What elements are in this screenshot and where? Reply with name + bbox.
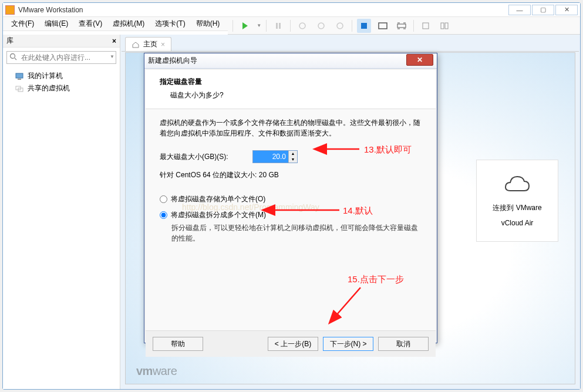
svg-rect-1: [279, 23, 281, 29]
vcloud-text1: 连接到 VMware: [493, 203, 541, 213]
view-icon: [361, 23, 367, 29]
separator: [352, 20, 352, 32]
back-button[interactable]: < 上一步(B): [268, 337, 318, 351]
tree-item-label: 我的计算机: [28, 71, 63, 81]
search-input[interactable]: [6, 51, 116, 64]
radio-single-label: 将虚拟磁盘存储为单个文件(O): [171, 194, 265, 204]
radio-single-file[interactable]: 将虚拟磁盘存储为单个文件(O): [160, 194, 422, 204]
menu-edit[interactable]: 编辑(E): [40, 17, 73, 31]
close-button[interactable]: ✕: [555, 5, 578, 15]
vmware-icon: [5, 5, 15, 15]
svg-rect-17: [18, 79, 21, 80]
tab-home[interactable]: 主页 ×: [125, 37, 171, 51]
spin-up-icon[interactable]: ▲: [289, 151, 297, 157]
tab-close-icon[interactable]: ×: [161, 40, 165, 49]
disk-size-label: 最大磁盘大小(GB)(S):: [160, 152, 248, 162]
separator: [232, 20, 233, 32]
menubar: 文件(F) 编辑(E) 查看(V) 虚拟机(M) 选项卡(T) 帮助(H): [3, 17, 228, 31]
dialog-description: 虚拟机的硬盘作为一个或多个文件存储在主机的物理磁盘中。这些文件最初很小，随着您向…: [160, 117, 422, 138]
disk-size-spinbox[interactable]: ▲ ▼: [252, 150, 298, 163]
snapshot-button[interactable]: [295, 19, 309, 33]
tab-label: 主页: [143, 39, 157, 49]
vcloud-card[interactable]: 连接到 VMware vCloud Air: [476, 160, 558, 242]
sidebar: 库 × ▼ 我的计算机 共享的虚拟机: [3, 35, 120, 389]
home-icon: [132, 41, 140, 48]
svg-rect-12: [441, 23, 444, 29]
search-icon: [9, 53, 18, 61]
power-on-button[interactable]: [238, 19, 252, 33]
next-button[interactable]: 下一步(N) >: [323, 337, 373, 351]
disk-size-input[interactable]: [253, 151, 288, 163]
help-button[interactable]: 帮助: [153, 337, 203, 351]
toolbar: ▼: [228, 17, 580, 35]
svg-rect-13: [445, 23, 448, 29]
svg-point-14: [11, 54, 15, 59]
svg-point-4: [337, 23, 343, 29]
maximize-button[interactable]: ▢: [532, 5, 554, 15]
svg-line-15: [15, 58, 16, 60]
menu-view[interactable]: 查看(V): [74, 17, 107, 31]
revert-button[interactable]: [314, 19, 328, 33]
tree-item-label: 共享的虚拟机: [28, 83, 70, 93]
computer-icon: [15, 72, 24, 80]
tree-item-shared-vms[interactable]: 共享的虚拟机: [3, 82, 120, 94]
radio-multi-file[interactable]: 将虚拟磁盘拆分成多个文件(M): [160, 210, 422, 220]
dialog-subheading: 磁盘大小为多少?: [160, 90, 422, 100]
search-dropdown-icon[interactable]: ▼: [110, 54, 114, 59]
radio-single-input[interactable]: [160, 195, 167, 203]
sidebar-title: 库: [6, 36, 14, 46]
fullscreen-button[interactable]: [376, 19, 390, 33]
vmware-logo: vmware: [136, 364, 177, 378]
radio-multi-input[interactable]: [160, 211, 167, 219]
manage-button[interactable]: [333, 19, 347, 33]
thumbnail-button[interactable]: [419, 19, 433, 33]
dialog-close-button[interactable]: ✕: [406, 54, 433, 66]
minimize-button[interactable]: —: [508, 5, 531, 15]
window-title: VMware Workstation: [18, 6, 508, 14]
dialog-heading: 指定磁盘容量: [160, 77, 422, 87]
svg-rect-0: [276, 23, 278, 29]
svg-rect-11: [423, 23, 429, 29]
disk-split-radiogroup: 将虚拟磁盘存储为单个文件(O) 将虚拟磁盘拆分成多个文件(M) 拆分磁盘后，可以…: [160, 194, 422, 244]
svg-rect-5: [379, 23, 387, 29]
svg-rect-16: [16, 73, 23, 78]
dropdown-icon[interactable]: ▼: [257, 23, 261, 28]
menu-help[interactable]: 帮助(H): [191, 17, 225, 31]
vcloud-text2: vCloud Air: [501, 219, 534, 227]
suspend-button[interactable]: [271, 19, 285, 33]
svg-point-2: [299, 23, 305, 29]
spin-down-icon[interactable]: ▼: [289, 157, 297, 163]
svg-rect-6: [397, 24, 406, 28]
view-button[interactable]: [357, 19, 371, 33]
radio-multi-label: 将虚拟磁盘拆分成多个文件(M): [171, 210, 266, 220]
unity-button[interactable]: [395, 19, 409, 33]
separator: [266, 20, 267, 32]
tree: 我的计算机 共享的虚拟机: [3, 67, 120, 97]
dialog-titlebar: 新建虚拟机向导 ✕: [144, 53, 437, 69]
separator: [290, 20, 291, 32]
cloud-icon: [503, 174, 531, 197]
menu-vm[interactable]: 虚拟机(M): [108, 17, 149, 31]
tree-item-my-computer[interactable]: 我的计算机: [3, 70, 120, 82]
svg-point-3: [318, 23, 324, 29]
recommended-size-label: 针对 CentOS 64 位的建议大小: 20 GB: [160, 170, 422, 180]
library-button[interactable]: [437, 19, 451, 33]
titlebar: VMware Workstation — ▢ ✕: [3, 3, 580, 17]
shared-icon: [15, 85, 24, 93]
radio-multi-description: 拆分磁盘后，可以更轻松地在计算机之间移动虚拟机，但可能会降低大容量磁盘的性能。: [160, 222, 422, 244]
menu-file[interactable]: 文件(F): [6, 17, 39, 31]
cancel-button[interactable]: 取消: [378, 337, 429, 351]
separator: [413, 20, 414, 32]
new-vm-wizard-dialog: 新建虚拟机向导 ✕ 指定磁盘容量 磁盘大小为多少? 虚拟机的硬盘作为一个或多个文…: [144, 53, 437, 343]
menu-tabs[interactable]: 选项卡(T): [150, 17, 190, 31]
sidebar-close-icon[interactable]: ×: [112, 37, 116, 45]
dialog-title: 新建虚拟机向导: [148, 56, 406, 66]
play-icon: [242, 22, 248, 29]
